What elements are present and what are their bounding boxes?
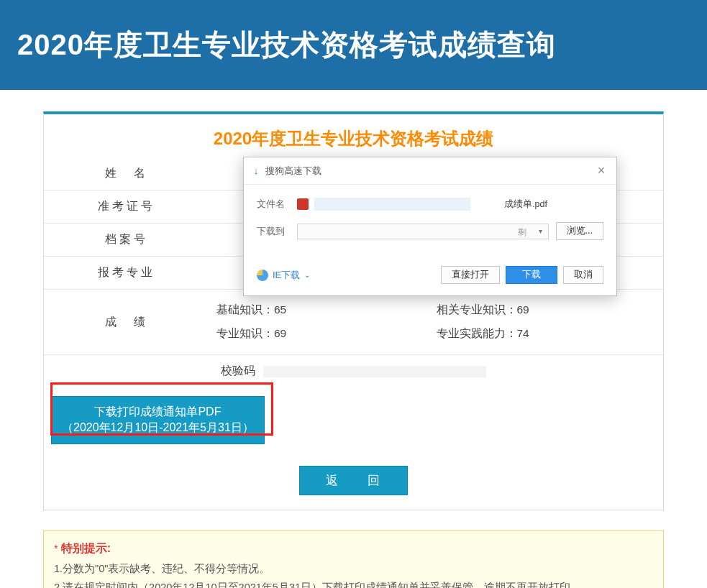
open-button[interactable]: 直接打开: [441, 266, 500, 284]
ie-icon: [257, 270, 268, 281]
score-basic: 基础知识：65: [216, 298, 437, 322]
dialog-footer: IE下载 ⌄ 直接打开 下载 取消: [244, 259, 616, 295]
notice-star: *: [54, 543, 61, 554]
value-score: 基础知识：65 相关专业知识：69 专业知识：69 专业实践能力：74: [209, 290, 663, 355]
notice-title: 特别提示:: [61, 542, 111, 554]
page-header: 2020年度卫生专业技术资格考试成绩查询: [0, 0, 707, 90]
label-filename: 文件名: [257, 198, 297, 211]
ie-download-link[interactable]: IE下载: [273, 269, 300, 282]
back-button[interactable]: 返 回: [299, 466, 408, 495]
chevron-down-icon[interactable]: ⌄: [304, 271, 310, 279]
row-checkcode: 校验码: [44, 355, 663, 388]
label-name: 姓 名: [44, 157, 209, 190]
notice-item-2: 2.请在规定时间内（2020年12月10日至2021年5月31日）下载打印成绩通…: [54, 578, 653, 588]
pdf-icon: [297, 198, 309, 210]
download-icon: ↓: [251, 166, 261, 176]
browse-button[interactable]: 浏览...: [556, 222, 603, 240]
page-title: 2020年度卫生专业技术资格考试成绩查询: [17, 25, 556, 65]
download-dialog: ↓ 搜狗高速下载 × 文件名 成绩单.pdf 下载到 剩 ▾ 浏览... IE下…: [243, 157, 617, 296]
notice-item-1: 1.分数为"0"表示缺考、违纪、不得分等情况。: [54, 559, 653, 578]
cancel-button[interactable]: 取消: [563, 266, 603, 284]
score-card-title: 2020年度卫生专业技术资格考试成绩: [44, 127, 663, 150]
download-pdf-button[interactable]: 下载打印成绩通知单PDF （2020年12月10日-2021年5月31日）: [51, 396, 265, 444]
download-pdf-line2: （2020年12月10日-2021年5月31日）: [62, 420, 254, 436]
score-related: 相关专业知识：69: [437, 298, 657, 322]
score-practice: 专业实践能力：74: [437, 322, 657, 346]
row-saveto: 下载到 剩 ▾ 浏览...: [257, 222, 603, 240]
row-filename: 文件名 成绩单.pdf: [257, 198, 603, 211]
content: 2020年度卫生专业技术资格考试成绩 姓 名 准考证号 档案号 报考专业 成 绩: [0, 90, 707, 518]
filename-suffix: 成绩单.pdf: [504, 198, 547, 211]
value-checkcode: [263, 366, 486, 377]
filename-field[interactable]: 成绩单.pdf: [314, 198, 603, 211]
score-pro: 专业知识：69: [216, 322, 437, 346]
label-saveto: 下载到: [257, 225, 297, 238]
space-remaining: 剩: [518, 226, 526, 239]
download-pdf-line1: 下载打印成绩通知单PDF: [62, 404, 254, 420]
label-ticket: 准考证号: [44, 190, 209, 224]
label-major: 报考专业: [44, 257, 209, 290]
dialog-titlebar: ↓ 搜狗高速下载 ×: [244, 157, 616, 185]
dialog-title: 搜狗高速下载: [265, 165, 593, 178]
notice-box: * 特别提示: 1.分数为"0"表示缺考、违纪、不得分等情况。 2.请在规定时间…: [43, 530, 664, 588]
label-score: 成 绩: [44, 290, 209, 355]
close-icon[interactable]: ×: [593, 163, 609, 178]
download-row: 下载打印成绩通知单PDF （2020年12月10日-2021年5月31日）: [44, 387, 663, 444]
download-button[interactable]: 下载: [506, 266, 557, 284]
row-score: 成 绩 基础知识：65 相关专业知识：69 专业知识：69 专业实践能力：74: [44, 290, 663, 355]
label-file: 档案号: [44, 224, 209, 257]
label-checkcode: 校验码: [221, 364, 255, 379]
chevron-down-icon[interactable]: ▾: [539, 227, 542, 235]
saveto-field[interactable]: 剩 ▾: [297, 224, 549, 239]
